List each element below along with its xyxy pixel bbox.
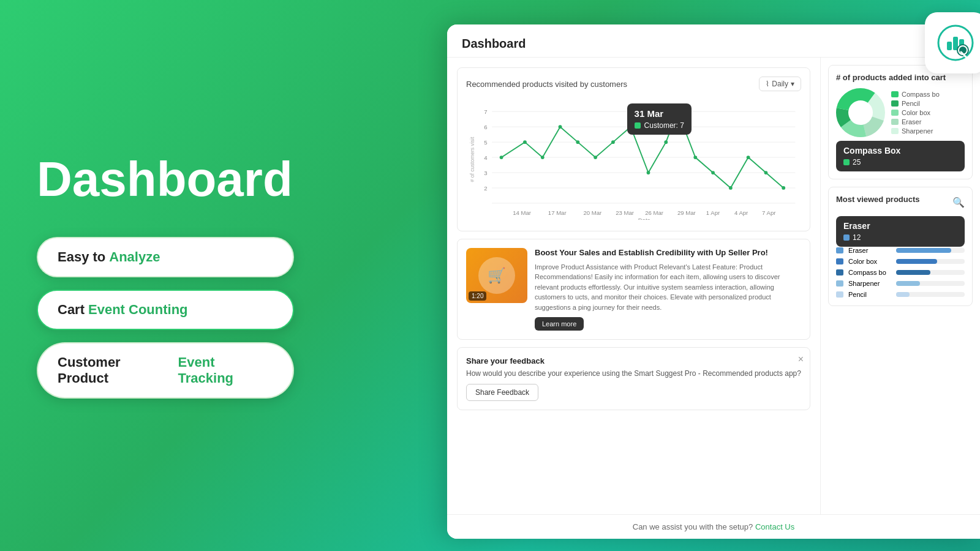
promo-section: 🛒 1:20 Boost Your Sales and Establish Cr… — [457, 239, 810, 340]
svg-text:6: 6 — [484, 124, 487, 130]
promo-title: Boost Your Sales and Establish Credibili… — [535, 248, 801, 258]
svg-text:20 Mar: 20 Mar — [583, 209, 602, 216]
svg-point-26 — [594, 156, 597, 159]
legend-label-sharpener: Sharpener — [902, 127, 933, 135]
promo-content: Boost Your Sales and Establish Credibili… — [535, 248, 801, 331]
svg-text:5: 5 — [484, 139, 487, 146]
legend-dot-colorbox — [891, 110, 899, 116]
feedback-description: How would you describe your experience u… — [466, 369, 801, 378]
eraser-val-dot — [843, 234, 850, 241]
feature-prefix-cart: Cart — [58, 302, 85, 318]
chart-container: 7 6 5 4 3 2 # of customers visit — [466, 97, 801, 222]
svg-point-28 — [629, 125, 633, 129]
svg-text:4: 4 — [484, 154, 488, 161]
legend-item-sharpener: Sharpener — [891, 127, 940, 135]
feature-pill-tracking: Customer Product Event Tracking — [37, 342, 294, 399]
contact-link[interactable]: Contact Us — [755, 522, 794, 531]
svg-point-22 — [523, 140, 527, 144]
svg-point-21 — [500, 156, 503, 159]
svg-point-33 — [711, 171, 715, 174]
svg-point-36 — [764, 171, 768, 174]
mv-dot-colorbox — [836, 258, 843, 264]
svg-text:4 Apr: 4 Apr — [734, 209, 748, 216]
learn-more-button[interactable]: Learn more — [535, 317, 584, 331]
mv-dot-pencil — [836, 291, 843, 298]
promo-thumbnail: 🛒 1:20 — [466, 248, 527, 303]
mv-item-eraser: Eraser — [836, 247, 965, 254]
legend-dot-compass — [891, 91, 899, 97]
svg-point-35 — [747, 156, 750, 159]
chart-section: Recommended products visited by customer… — [457, 67, 810, 231]
most-viewed-search-button[interactable]: 🔍 — [952, 197, 965, 208]
svg-point-24 — [559, 125, 562, 129]
chart-title: Recommended products visited by customer… — [466, 80, 627, 89]
svg-point-23 — [541, 156, 545, 159]
mv-dot-eraser — [836, 247, 843, 253]
compass-tooltip-name: Compass Box — [843, 146, 957, 156]
mv-item-compass: Compass bo — [836, 269, 965, 276]
promo-description: Improve Product Assistance with Product … — [535, 262, 801, 313]
most-viewed-header: Most viewed products 🔍 — [836, 195, 965, 210]
legend-label-eraser: Eraser — [902, 118, 921, 126]
feature-pill-cart: Cart Event Counting — [37, 290, 294, 330]
feature-highlight-analyze: Analyze — [109, 249, 160, 265]
compass-value: 25 — [853, 158, 861, 167]
dashboard-title: Dashboard — [462, 37, 965, 51]
feature-prefix-tracking: Customer Product — [58, 354, 175, 386]
svg-text:7: 7 — [484, 108, 487, 115]
share-feedback-button[interactable]: Share Feedback — [466, 384, 538, 401]
feature-pill-analyze: Easy to Analyze — [37, 237, 294, 277]
svg-text:17 Mar: 17 Mar — [548, 209, 567, 216]
cart-pie-chart — [836, 88, 885, 137]
svg-point-30 — [664, 140, 668, 144]
daily-dropdown[interactable]: ⌇ Daily ▾ — [759, 77, 801, 91]
footer-bar: Can we assist you with the setup? Contac… — [447, 514, 980, 539]
mv-item-pencil: Pencil — [836, 291, 965, 298]
legend-item-compass: Compass bo — [891, 91, 940, 98]
svg-text:1 Apr: 1 Apr — [706, 209, 720, 216]
video-duration: 1:20 — [469, 291, 486, 301]
chart-icon: ⌇ — [766, 80, 769, 88]
mv-label-compass: Compass bo — [848, 269, 891, 276]
daily-label: Daily — [772, 80, 788, 88]
legend-dot-eraser — [891, 119, 899, 125]
mv-label-pencil: Pencil — [848, 291, 891, 298]
svg-point-29 — [647, 171, 650, 174]
mv-bar-pencil — [896, 292, 910, 297]
feature-highlight-tracking: Event Tracking — [178, 354, 273, 386]
dashboard-window: Dashboard Recommended products visited b… — [447, 24, 980, 539]
svg-text:# of customers visit: # of customers visit — [469, 137, 475, 182]
mv-dot-compass — [836, 269, 843, 276]
legend-label-pencil: Pencil — [902, 100, 920, 107]
legend-dot-pencil — [891, 100, 899, 107]
dropdown-chevron: ▾ — [791, 80, 794, 88]
feature-highlight-cart: Event Counting — [88, 302, 188, 318]
mv-label-eraser: Eraser — [848, 247, 891, 254]
most-viewed-title: Most viewed products — [836, 195, 920, 204]
legend-label-colorbox: Color box — [902, 109, 930, 116]
svg-text:7 Apr: 7 Apr — [762, 209, 776, 216]
feedback-title: Share your feedback — [466, 356, 801, 365]
mv-label-sharpener: Sharpener — [848, 280, 891, 287]
eraser-tooltip: Eraser 12 — [836, 216, 965, 247]
compass-tooltip-value: 25 — [843, 158, 957, 167]
left-panel: Dashboard Easy to Analyze Cart Event Cou… — [37, 0, 318, 551]
feedback-section: × Share your feedback How would you desc… — [457, 347, 810, 410]
legend-item-pencil: Pencil — [891, 100, 940, 107]
svg-text:14 Mar: 14 Mar — [513, 209, 532, 216]
legend-item-eraser: Eraser — [891, 118, 940, 126]
svg-point-31 — [676, 109, 680, 114]
feedback-close-button[interactable]: × — [798, 354, 804, 365]
mv-item-colorbox: Color box — [836, 258, 965, 265]
legend-item-colorbox: Color box — [891, 109, 940, 116]
dashboard-sidebar: # of products added into cart — [821, 58, 980, 514]
svg-text:2: 2 — [484, 185, 487, 192]
mv-bar-bg-pencil — [896, 292, 965, 297]
cart-legend: Compass bo Pencil Color box — [891, 91, 940, 135]
mv-bar-colorbox — [896, 259, 937, 264]
cart-widget: # of products added into cart — [828, 65, 973, 179]
main-title: Dashboard — [37, 152, 318, 206]
most-viewed-list: Eraser Color box — [836, 247, 965, 298]
mv-bar-bg-compass — [896, 270, 965, 275]
promo-thumb-icon: 🛒 — [478, 257, 515, 294]
